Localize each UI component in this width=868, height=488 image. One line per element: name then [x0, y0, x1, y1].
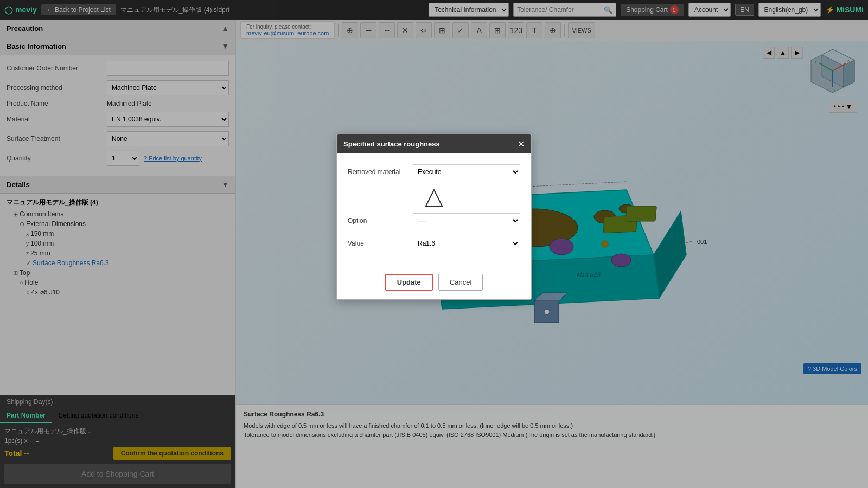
cancel-button[interactable]: Cancel — [438, 274, 483, 291]
surface-roughness-modal: Specified surface roughness ✕ Removed ma… — [336, 134, 532, 300]
triangle-icon — [423, 187, 445, 209]
value-label: Value — [348, 240, 413, 247]
value-select[interactable]: Ra0.8 Ra1.6 Ra3.2 Ra6.3 Ra12.5 — [413, 236, 520, 251]
option-row: Option ---- — [348, 213, 520, 228]
modal-close-button[interactable]: ✕ — [518, 139, 525, 149]
modal-overlay: Specified surface roughness ✕ Removed ma… — [0, 0, 868, 488]
removed-material-select[interactable]: Execute No Execute — [413, 164, 520, 179]
value-row: Value Ra0.8 Ra1.6 Ra3.2 Ra6.3 Ra12.5 — [348, 236, 520, 251]
modal-body: Removed material Execute No Execute Opti… — [337, 153, 531, 267]
triangle-icon-container — [348, 187, 520, 209]
option-label: Option — [348, 217, 413, 224]
removed-material-label: Removed material — [348, 168, 413, 176]
removed-material-row: Removed material Execute No Execute — [348, 164, 520, 179]
option-select[interactable]: ---- — [413, 213, 520, 228]
modal-footer: Update Cancel — [337, 267, 531, 299]
modal-title: Specified surface roughness — [343, 140, 440, 148]
svg-marker-30 — [426, 190, 442, 206]
modal-header: Specified surface roughness ✕ — [337, 134, 531, 153]
update-button[interactable]: Update — [385, 274, 433, 291]
